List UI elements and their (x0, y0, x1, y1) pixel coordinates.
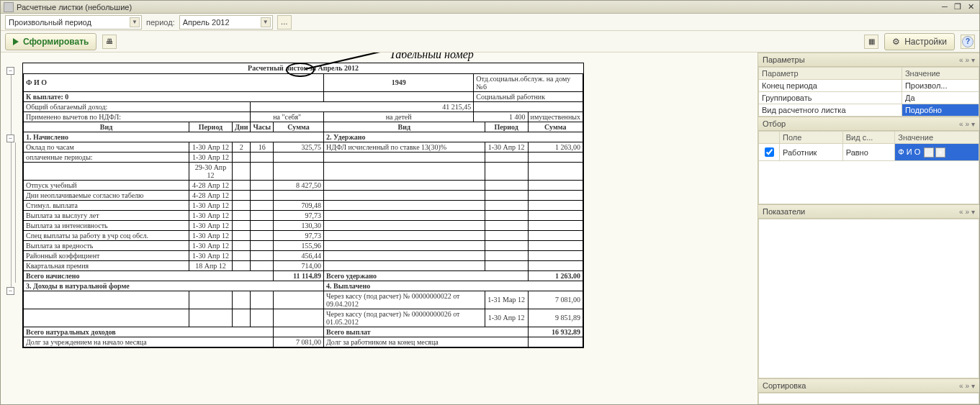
period-picker-button[interactable]: … (277, 15, 292, 29)
table-row: Дни неоплачиваемые согласно табелю4-28 А… (24, 190, 583, 200)
to-pay: К выплате: 0 (24, 91, 324, 101)
filter-checkbox[interactable] (765, 147, 774, 157)
tot-acc-l: Всего начислено (24, 270, 274, 281)
restore-button[interactable]: ❐ (952, 2, 963, 12)
sort-header[interactable]: Сортировка«»▾ (758, 378, 979, 393)
period-type-value: Произвольный период (9, 18, 91, 27)
h-kind2: Вид (324, 122, 485, 132)
app-icon (4, 2, 14, 12)
outline-line (11, 75, 12, 291)
outline-toggle[interactable]: − (6, 287, 14, 295)
param-row[interactable]: ГруппироватьДа (759, 92, 979, 104)
gear-icon: ⚙ (892, 37, 900, 47)
col-val: Значение (895, 132, 979, 144)
h-hours: Часы (251, 122, 274, 132)
table-row: Стимул. выплата1-30 Апр 12709,48 (24, 200, 583, 210)
table-row: Спец выплаты за работу в учр соц обсл.1-… (24, 230, 583, 240)
h-kind: Вид (24, 122, 189, 132)
col-value: Значение (902, 68, 979, 80)
h-period2: Период (485, 122, 528, 132)
settings-label: Настройки (904, 37, 947, 47)
tot-nat-l: Всего натуральных доходов (24, 327, 274, 337)
ndfl-val: 1 400 (474, 112, 528, 122)
indicators-body (758, 219, 979, 378)
table-row: Оклад по часам1-30 Апр 12216325,75НДФЛ и… (24, 142, 583, 152)
settings-pane: Параметры«»▾ ПараметрЗначение Конец пери… (758, 53, 979, 404)
minimize-button[interactable]: ─ (939, 2, 950, 12)
window-title: Расчетные листки (небольшие) (17, 3, 938, 12)
col-param: Параметр (759, 68, 902, 80)
outline-toggle[interactable]: − (6, 135, 14, 142)
row-label: Общий облагаемый доход: (24, 101, 251, 112)
tot-ded: 1 263,00 (528, 270, 583, 281)
help-button[interactable] (961, 35, 975, 49)
filter-body: ПолеВид с...Значение РаботникРавноФ И О … (758, 131, 979, 204)
h-sum: Сумма (274, 122, 324, 132)
generate-button[interactable]: Сформировать (5, 33, 96, 50)
param-row[interactable]: Конец периодаПроизвол... (759, 80, 979, 92)
h-period: Период (189, 122, 233, 132)
period-combo[interactable]: Апрель 2012 ▼ (179, 15, 273, 29)
param-row[interactable]: Вид расчетного листкаПодробно (759, 104, 979, 117)
row-label: Применено вычетов по НДФЛ: (24, 112, 251, 122)
ndfl-kids: на детей (324, 112, 474, 122)
ellipsis-button[interactable]: … (924, 147, 934, 158)
help-icon (962, 36, 974, 47)
tab-number: 1949 (324, 73, 474, 91)
filter-row[interactable]: РаботникРавноФ И О …× (759, 144, 979, 161)
annotation-label: Табельный номер (390, 53, 474, 61)
print-button[interactable]: 🖶 (102, 35, 117, 49)
tot-paid: 16 932,89 (528, 327, 583, 337)
outline-toggle[interactable]: − (6, 67, 14, 75)
ndfl-self: на "себя" (251, 112, 324, 122)
app-window: Расчетные листки (небольшие) ─ ❐ ✕ Произ… (0, 0, 980, 405)
play-icon (13, 38, 19, 45)
filter-title: Отбор (763, 119, 786, 128)
tot-paid-l: Всего выплат (324, 327, 529, 337)
filter-grid[interactable]: ПолеВид с...Значение РаботникРавноФ И О … (758, 131, 979, 161)
table-row: Выплата за вредность1-30 Апр 12155,96 (24, 240, 583, 250)
table-row: Отпуск учебный4-28 Апр 128 427,50 (24, 180, 583, 190)
tot-ded-l: Всего удержано (324, 270, 529, 281)
title-bar: Расчетные листки (небольшие) ─ ❐ ✕ (1, 1, 979, 14)
params-body: ПараметрЗначение Конец периодаПроизвол..… (758, 67, 979, 117)
period-value: Апрель 2012 (183, 18, 230, 27)
col-cond: Вид с... (842, 132, 895, 144)
period-type-combo[interactable]: Произвольный период ▼ (5, 15, 142, 29)
params-header[interactable]: Параметры«»▾ (758, 53, 979, 67)
sort-title: Сортировка (763, 381, 806, 390)
h-days: Дни (233, 122, 251, 132)
filter-header[interactable]: Отбор«»▾ (758, 117, 979, 131)
table-row: Выплата за интенсивность1-30 Апр 12130,3… (24, 220, 583, 230)
settings-button[interactable]: ⚙ Настройки (884, 33, 955, 50)
params-title: Параметры (763, 55, 805, 64)
chevron-down-icon: ▾ (971, 56, 975, 64)
period-label: период: (146, 18, 175, 27)
table-row: Выплата за выслугу лет1-30 Апр 1297,73 (24, 210, 583, 220)
col-field: Поле (780, 132, 843, 144)
period-toolbar: Произвольный период ▼ период: Апрель 201… (1, 14, 979, 31)
payslip-sheet: Расчетный листок за Апрель 2012 Ф И О 19… (22, 63, 584, 348)
clear-button[interactable]: × (935, 147, 945, 158)
chevron-right-icon: » (965, 56, 969, 64)
debt1-l: Долг за учреждением на начало месяца (24, 337, 274, 347)
position: Социальный работник (474, 91, 583, 101)
table-row: Квартальная премия18 Апр 12714,00 (24, 260, 583, 270)
debt2-l: Долг за работником на конец месяца (324, 337, 529, 347)
close-button[interactable]: ✕ (965, 2, 976, 12)
table-row: 29-30 Апр 12 (24, 162, 583, 180)
h-sum2: Сумма (528, 122, 583, 132)
outline-line (15, 142, 16, 283)
table-row: Районный коэффициент1-30 Апр 12456,44 (24, 250, 583, 260)
params-grid[interactable]: ПараметрЗначение Конец периодаПроизвол..… (758, 67, 979, 117)
chevron-down-icon: ▼ (130, 17, 140, 27)
grid-view-button[interactable] (864, 35, 878, 49)
chevron-down-icon: ▼ (261, 17, 271, 27)
payslip-table: Расчетный листок за Апрель 2012 Ф И О 19… (23, 63, 583, 347)
fio-label: Ф И О (24, 73, 324, 91)
table-row: оплаченные периоды:1-30 Апр 12 (24, 152, 583, 162)
indicators-header[interactable]: Показатели«»▾ (758, 204, 979, 219)
chevron-left-icon: « (959, 56, 963, 64)
indicators-title: Показатели (763, 207, 805, 216)
annotation-circle (286, 63, 315, 77)
